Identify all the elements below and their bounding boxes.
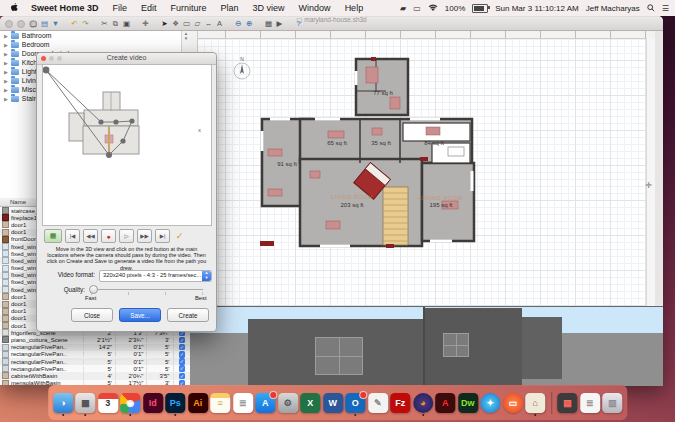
dock-safari-icon[interactable]: ✦ [480,393,500,413]
open-document-icon[interactable]: ▤ [39,19,50,29]
furniture-row[interactable]: rectangularFivePan..14'2"0'1"5'✓ [0,344,190,351]
dock-screen-sharing-icon[interactable]: ▭ [503,393,523,413]
menu-furniture[interactable]: Furniture [164,3,214,13]
plan-view[interactable]: N [190,31,655,306]
minimize-window-button[interactable] [17,20,25,28]
close-window-button[interactable] [5,20,13,28]
create-rooms-icon[interactable]: ▱ [192,19,203,29]
quality-slider-track[interactable] [91,289,203,290]
furniture-row[interactable]: cabinetWithBasin4'2'0¾"3'5"✓ [0,372,190,379]
movie-format-button[interactable]: ▦ [44,229,62,243]
dock-photoshop-icon[interactable]: Ps [165,393,185,413]
menu-window[interactable]: Window [292,3,338,13]
record-button[interactable]: ● [101,229,116,243]
3d-view[interactable] [190,306,663,386]
disclosure-triangle-icon[interactable]: ▶ [4,60,8,66]
dock-outlook-icon[interactable]: O [345,393,365,413]
paste-icon[interactable]: ▣ [121,19,132,29]
dock-chrome-icon[interactable]: ◉ [120,393,140,413]
close-button[interactable]: Close [71,308,113,322]
dock-calculator-icon[interactable]: ▦ [75,393,95,413]
pan-hand-icon[interactable]: ❖ [170,19,181,29]
dock-dreamweaver-icon[interactable]: Dw [458,393,478,413]
menu-help[interactable]: Help [338,3,371,13]
dock-firefox-icon[interactable]: ◕ [413,393,433,413]
create-dimensions-icon[interactable]: ↔ [203,19,214,29]
visible-checkbox[interactable]: ✓ [173,344,191,351]
menu-plan[interactable]: Plan [214,3,246,13]
menu-edit[interactable]: Edit [134,3,164,13]
skip-end-button[interactable]: ▶| [155,229,170,243]
dock-sweet-home-3d-icon[interactable]: ⌂ [525,393,545,413]
cut-icon[interactable]: ✂ [99,19,110,29]
create-video-icon[interactable]: ▶ [274,19,285,29]
furniture-row[interactable]: rectangularFivePan..5'0'1"5'✓ [0,358,190,365]
display-icon[interactable]: ▭ [413,4,421,13]
dock-preview-pen-icon[interactable]: ✎ [368,393,388,413]
visible-checkbox[interactable]: ✓ [173,337,191,344]
furniture-row[interactable]: rectangularFivePan..5'0'1"5'✓ [0,351,190,358]
undo-icon[interactable]: ↶ [69,19,80,29]
dock-excel-icon[interactable]: X [300,393,320,413]
redo-icon[interactable]: ↷ [80,19,91,29]
disclosure-triangle-icon[interactable]: ▶ [4,33,8,39]
save-button[interactable]: Save... [119,308,161,322]
select-pointer-icon[interactable]: ➤ [159,19,170,29]
new-document-icon[interactable]: ▢ [28,19,39,29]
copy-icon[interactable]: ⧉ [110,19,121,29]
dock-textedit-icon[interactable]: ≣ [233,393,253,413]
create-photo-icon[interactable]: ▦ [263,19,274,29]
visible-checkbox[interactable]: ✓ [173,365,191,372]
menu-user[interactable]: Jeff Macharyas [586,4,640,13]
disclosure-triangle-icon[interactable]: ▶ [4,96,8,102]
catalog-category-bedroom[interactable]: ▶Bedroom [0,40,190,49]
dock-notes-icon[interactable]: ≡ [210,393,230,413]
dock-finder-icon[interactable]: ◑ [53,393,73,413]
apple-menu[interactable] [0,3,24,14]
save-document-icon[interactable]: ▼ [50,19,61,29]
disclosure-triangle-icon[interactable]: ▶ [4,87,8,93]
disclosure-triangle-icon[interactable]: ▶ [4,78,8,84]
zoom-out-icon[interactable]: ⊖ [233,19,244,29]
menu-file[interactable]: File [106,3,135,13]
disclosure-triangle-icon[interactable]: ▶ [4,69,8,75]
mirroring-icon[interactable]: ▰ [400,4,406,13]
rewind-button[interactable]: ◀◀ [83,229,98,243]
menu-app-name[interactable]: Sweet Home 3D [24,3,106,13]
plan-vertical-scrollbar[interactable] [646,38,655,306]
clear-path-button[interactable]: ✓ [173,230,186,242]
furniture-row[interactable]: piano_cottura_Scene2'1½"2'3¾"3'✓ [0,336,190,343]
disclosure-triangle-icon[interactable]: ▶ [4,42,8,48]
video-format-select[interactable]: 320x240 pixels - 4:3 - 25 frames/sec... … [99,270,212,282]
fast-forward-button[interactable]: ▶▶ [137,229,152,243]
visible-checkbox[interactable]: ✓ [173,373,191,380]
visible-checkbox[interactable]: ✓ [173,358,191,365]
catalog-category-bathroom[interactable]: ▶Bathroom [0,31,190,40]
create-walls-icon[interactable]: ▭ [181,19,192,29]
zoom-in-icon[interactable]: ⊕ [244,19,255,29]
help-icon[interactable]: ? [293,19,304,29]
create-button[interactable]: Create [167,308,209,322]
dock-filezilla-icon[interactable]: Fz [390,393,410,413]
notification-center-icon[interactable]: ☰ [662,4,669,13]
disclosure-triangle-icon[interactable]: ▶ [4,51,8,57]
dock-system-preferences-icon[interactable]: ⚙ [278,393,298,413]
dock-word-icon[interactable]: W [323,393,343,413]
window-titlebar[interactable]: ▢ maryland-house.sh3d ▢▤▼↶↷✂⧉▣✚➤❖▭▱↔A⊖⊕▦… [0,16,663,31]
add-furniture-icon[interactable]: ✚ [140,19,151,29]
menu-clock[interactable]: Sun Mar 3 11:10:12 AM [495,4,578,13]
add-text-icon[interactable]: A [214,19,225,29]
dock-text-document-icon[interactable]: ≣ [580,393,600,413]
furniture-row[interactable]: rectangularFivePan..5'0'1"5'✓ [0,365,190,372]
dock-illustrator-icon[interactable]: Ai [188,393,208,413]
skip-start-button[interactable]: |◀ [65,229,80,243]
dock-calendar-icon[interactable]: 3 [98,393,118,413]
battery-icon[interactable] [472,4,488,13]
quality-slider-knob[interactable] [89,285,98,294]
dock-indesign-icon[interactable]: Id [143,393,163,413]
play-button[interactable]: ▷ [119,229,134,243]
camera-path-preview[interactable]: x [42,64,212,226]
search-icon[interactable] [647,4,655,12]
menu-3dview[interactable]: 3D view [246,3,292,13]
wifi-icon[interactable] [428,4,438,12]
